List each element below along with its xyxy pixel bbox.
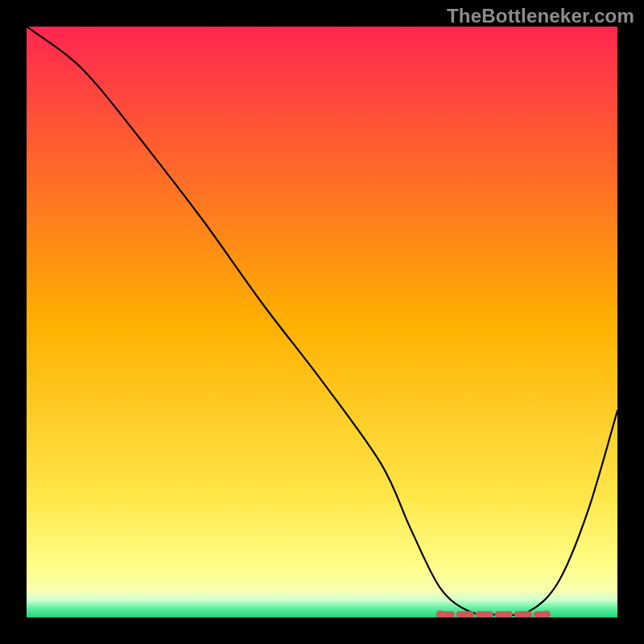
gradient-background	[27, 27, 617, 617]
chart-svg	[27, 27, 617, 617]
watermark-text: TheBottleneker.com	[447, 5, 634, 27]
chart-plot-area	[27, 27, 617, 617]
chart-stage: TheBottleneker.com	[0, 0, 644, 644]
